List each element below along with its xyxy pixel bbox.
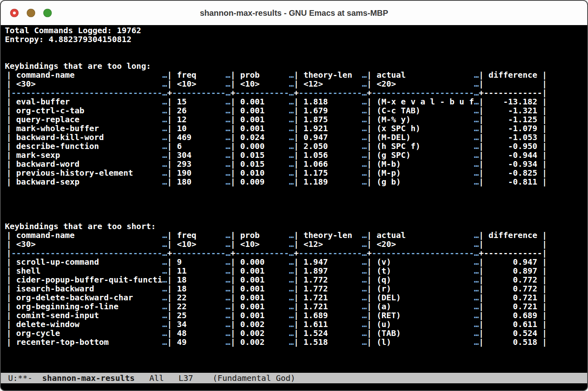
- table-cell: | 6: [167, 141, 226, 151]
- table-cell: | (t): [367, 266, 474, 276]
- table-cell: | 0.024: [231, 132, 289, 142]
- table-cell: | recenter-top-bottom: [6, 337, 162, 347]
- table-cell: | 1.524: [294, 328, 362, 338]
- table-cell: | 0.002: [231, 319, 289, 329]
- truncation-ellipsis: …: [226, 328, 231, 338]
- truncation-ellipsis: …: [289, 328, 294, 338]
- truncation-ellipsis: …: [289, 177, 294, 187]
- window-title: shannon-max-results - GNU Emacs at sams-…: [200, 8, 388, 18]
- table-cell: | <20>: [367, 79, 474, 89]
- table-cell: | 1.875: [294, 115, 362, 124]
- truncation-ellipsis: …: [362, 284, 367, 293]
- table-cell: | backward-word: [6, 159, 162, 169]
- table-cell: | 0.947 |: [479, 257, 547, 267]
- truncation-ellipsis: …: [474, 266, 479, 276]
- separator-plus: +: [367, 88, 372, 98]
- modeline[interactable]: U:**-shannon-max-resultsAllL37(Fundament…: [1, 373, 587, 383]
- table-row: | mark-sexp …| 304 …| 0.015 …| 1.056 …| …: [5, 151, 585, 159]
- close-button[interactable]: [10, 9, 19, 17]
- table-cell: | <10>: [231, 79, 289, 89]
- table-cell: | 0.524 |: [479, 328, 547, 338]
- table-header-row: | command-name …| freq …| prob …| theory…: [5, 231, 585, 240]
- truncation-ellipsis: …: [474, 319, 479, 329]
- truncation-ellipsis: …: [474, 132, 479, 142]
- blank-line: [5, 346, 585, 355]
- table-cell: | 0.772 |: [479, 284, 547, 293]
- table-cell: | cider-popup-buffer-quit-functi: [6, 275, 162, 285]
- minimize-button[interactable]: [27, 9, 35, 17]
- modeline-status[interactable]: U:**-: [8, 373, 32, 383]
- truncation-ellipsis: …: [362, 88, 367, 98]
- truncation-ellipsis: …: [289, 293, 294, 302]
- table-cell: | 0.772 |: [479, 275, 547, 285]
- table-row: | mark-whole-buffer …| 10 …| 0.001 …| 1.…: [5, 124, 585, 133]
- table-cell: | backward-kill-word: [6, 132, 162, 142]
- table-cell: | mark-whole-buffer: [6, 123, 162, 133]
- table-cell: | 1.772: [294, 284, 362, 293]
- table-cell: | 34: [167, 319, 226, 329]
- table-cell: | 11: [167, 266, 226, 276]
- table-cell: | 1.772: [294, 275, 362, 285]
- truncation-ellipsis: …: [226, 70, 231, 80]
- table-cell: | 1.518: [294, 337, 362, 347]
- table-cell: | org-ctrl-c-tab: [6, 106, 162, 115]
- modeline-line-number[interactable]: L37: [178, 373, 193, 383]
- table-cell: | org-delete-backward-char: [6, 293, 162, 302]
- modeline-buffer-name[interactable]: shannon-max-results: [42, 373, 135, 383]
- truncation-ellipsis: …: [226, 115, 231, 124]
- truncation-ellipsis: …: [289, 79, 294, 89]
- truncation-ellipsis: …: [289, 150, 294, 160]
- table-row: | backward-sexp …| 180 …| 0.009 …| 1.189…: [5, 177, 585, 186]
- truncation-ellipsis: …: [289, 106, 294, 115]
- table-cell: | (M-x e v a l - b u f: [367, 97, 474, 106]
- truncation-ellipsis: …: [362, 266, 367, 276]
- table-cell: | 180: [167, 177, 226, 187]
- truncation-ellipsis: …: [162, 70, 167, 80]
- truncation-ellipsis: …: [289, 337, 294, 347]
- modeline-position[interactable]: All: [149, 373, 164, 383]
- table-cell: | delete-window: [6, 319, 162, 329]
- table-cell: | -0.934 |: [479, 159, 547, 169]
- truncation-ellipsis: …: [289, 257, 294, 267]
- truncation-ellipsis: …: [162, 319, 167, 329]
- table-cell: | 10: [167, 123, 226, 133]
- truncation-ellipsis: …: [474, 248, 479, 258]
- table-cell: | 15: [167, 97, 226, 106]
- separator-dashes: -----------: [235, 88, 289, 98]
- table-cell: | 0.015: [231, 159, 289, 169]
- table-cell: | command-name: [6, 230, 162, 240]
- titlebar[interactable]: shannon-max-results - GNU Emacs at sams-…: [1, 1, 587, 25]
- table-cell: | 18: [167, 275, 226, 285]
- truncation-ellipsis: …: [162, 239, 167, 249]
- table-row: | scroll-up-command …| 9 …| 0.000 …| 1.9…: [5, 257, 585, 266]
- zoom-button[interactable]: [43, 9, 52, 17]
- table-cell: | 25: [167, 310, 226, 320]
- truncation-ellipsis: …: [362, 115, 367, 124]
- truncation-ellipsis: …: [162, 275, 167, 285]
- table-cell: | org-cycle: [6, 328, 162, 338]
- table-cell: | 1.175: [294, 168, 362, 178]
- modeline-major-mode[interactable]: (Fundamental God): [213, 373, 296, 383]
- truncation-ellipsis: …: [474, 141, 479, 151]
- truncation-ellipsis: …: [289, 230, 294, 240]
- truncation-ellipsis: …: [162, 97, 167, 106]
- table-cell: | (u): [367, 319, 474, 329]
- table-cell: | -13.182 |: [479, 97, 547, 106]
- table-cell: | (l): [367, 337, 474, 347]
- buffer-area[interactable]: Total Commands Logged: 19762Entropy: 4.8…: [1, 25, 587, 373]
- table-cell: | 1.721: [294, 293, 362, 302]
- table-cell: | 0.947: [294, 132, 362, 142]
- table-cell: | freq: [167, 70, 226, 80]
- table-cell: | org-beginning-of-line: [6, 302, 162, 311]
- truncation-ellipsis: …: [162, 328, 167, 338]
- truncation-ellipsis: …: [289, 159, 294, 169]
- truncation-ellipsis: …: [474, 159, 479, 169]
- table-cell: | actual: [367, 230, 474, 240]
- table-cell: | 1.721: [294, 302, 362, 311]
- truncation-ellipsis: …: [362, 248, 367, 258]
- modified-indicator-dot: [13, 12, 16, 15]
- table-cell: | mark-sexp: [6, 150, 162, 160]
- separator-plus: +: [294, 248, 298, 258]
- table-cell: | 0.001: [231, 97, 289, 106]
- echo-area[interactable]: [1, 383, 587, 390]
